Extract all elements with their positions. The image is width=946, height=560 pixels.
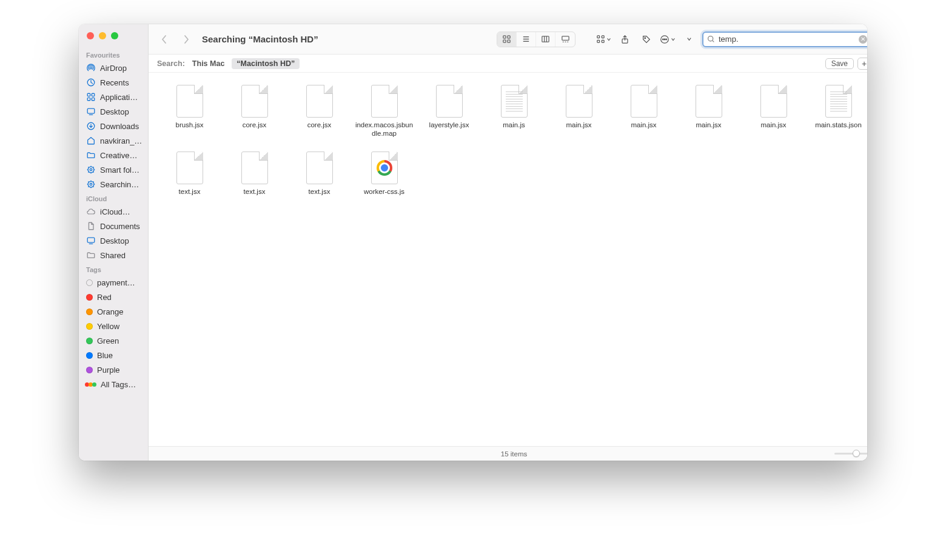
desktop-icon xyxy=(86,236,96,245)
more-actions-button[interactable] xyxy=(660,32,676,47)
generic-file-icon xyxy=(302,150,337,185)
sidebar-tag-4[interactable]: Green xyxy=(79,333,148,348)
sidebar-item-label: Desktop xyxy=(100,107,129,116)
group-by-button[interactable] xyxy=(596,32,611,47)
svg-point-0 xyxy=(90,67,92,69)
desktop-icon xyxy=(86,107,96,116)
file-item[interactable]: main.stats.json xyxy=(806,84,867,138)
file-item[interactable]: worker-css.js xyxy=(352,150,417,196)
tags-button[interactable] xyxy=(638,32,655,47)
sidebar-tag-0[interactable]: payment… xyxy=(79,275,148,290)
sidebar-item-fav-1[interactable]: Recents xyxy=(79,75,148,90)
add-criteria-button[interactable]: + xyxy=(857,58,867,70)
file-item[interactable]: core.jsx xyxy=(222,84,287,138)
file-item[interactable]: text.jsx xyxy=(222,150,287,196)
file-item[interactable]: main.jsx xyxy=(546,84,611,138)
file-item[interactable]: brush.jsx xyxy=(157,84,222,138)
view-icons-button[interactable] xyxy=(497,32,517,47)
sidebar-item-fav-6[interactable]: Creative… xyxy=(79,148,148,162)
file-item[interactable]: main.jsx xyxy=(741,84,806,138)
scope-active-location[interactable]: “Macintosh HD” xyxy=(232,58,300,69)
tag-dot-empty-icon xyxy=(86,279,93,286)
svg-rect-29 xyxy=(597,36,600,38)
view-columns-button[interactable] xyxy=(536,32,555,47)
file-item[interactable]: index.macos.jsbundle.map xyxy=(352,84,417,138)
back-button[interactable] xyxy=(156,32,173,47)
file-item[interactable]: layerstyle.jsx xyxy=(417,84,481,138)
clear-search-button[interactable]: ✕ xyxy=(859,35,867,44)
save-search-button[interactable]: Save xyxy=(825,58,854,69)
sidebar-item-label: Smart fol… xyxy=(100,165,139,175)
sidebar-tag-5[interactable]: Blue xyxy=(79,348,148,362)
file-grid-area[interactable]: brush.jsxcore.jsxcore.jsxindex.macos.jsb… xyxy=(149,73,867,446)
sidebar-item-label: Recents xyxy=(100,78,129,87)
file-name-label: text.jsx xyxy=(179,188,201,196)
sidebar-item-label: navkiran_… xyxy=(100,136,142,145)
generic-file-icon xyxy=(172,150,207,185)
search-input[interactable] xyxy=(719,35,855,44)
svg-point-38 xyxy=(666,39,667,40)
sidebar-tag-6[interactable]: Purple xyxy=(79,362,148,377)
svg-rect-30 xyxy=(602,36,604,38)
toolbar: Searching “Macintosh HD” xyxy=(149,24,867,55)
icon-size-slider[interactable] xyxy=(834,453,867,455)
file-name-label: main.jsx xyxy=(760,121,786,130)
view-gallery-button[interactable] xyxy=(555,32,575,47)
scope-this-mac[interactable]: This Mac xyxy=(192,59,225,68)
file-name-label: layerstyle.jsx xyxy=(429,121,469,130)
sidebar-item-fav-7[interactable]: Smart fol… xyxy=(79,162,148,177)
sidebar-tag-7[interactable]: All Tags… xyxy=(79,377,148,392)
forward-button[interactable] xyxy=(178,32,195,47)
minimize-window-button[interactable] xyxy=(99,32,106,39)
sidebar-item-icloud-3[interactable]: Shared xyxy=(79,248,148,262)
sidebar-tag-3[interactable]: Yellow xyxy=(79,319,148,333)
main-pane: Searching “Macintosh HD” xyxy=(149,24,867,461)
file-item[interactable]: text.jsx xyxy=(157,150,222,196)
sidebar-section-favourites: Favourites xyxy=(79,48,148,61)
download-icon xyxy=(86,121,96,131)
sidebar-item-label: AirDrop xyxy=(100,64,127,73)
sidebar-item-fav-8[interactable]: Searchin… xyxy=(79,177,148,192)
file-name-label: worker-css.js xyxy=(364,188,404,196)
view-list-button[interactable] xyxy=(517,32,536,47)
file-item[interactable]: main.jsx xyxy=(611,84,676,138)
sidebar-item-fav-2[interactable]: Applicati… xyxy=(79,90,148,104)
share-button[interactable] xyxy=(616,32,633,47)
close-window-button[interactable] xyxy=(87,32,94,39)
zoom-window-button[interactable] xyxy=(111,32,118,39)
svg-point-12 xyxy=(90,183,92,185)
sidebar-item-fav-5[interactable]: navkiran_… xyxy=(79,133,148,148)
file-item[interactable]: main.jsx xyxy=(676,84,741,138)
sidebar-item-fav-3[interactable]: Desktop xyxy=(79,104,148,119)
sidebar-item-icloud-1[interactable]: Documents xyxy=(79,219,148,233)
svg-point-37 xyxy=(664,39,665,40)
sidebar-item-label: Shared xyxy=(100,251,126,260)
window-title: Searching “Macintosh HD” xyxy=(202,34,318,44)
file-item[interactable]: main.js xyxy=(481,84,546,138)
sidebar: Favourites AirDropRecentsApplicati…Deskt… xyxy=(79,24,149,461)
search-field[interactable]: ✕ xyxy=(702,32,867,47)
gear-icon xyxy=(86,165,96,175)
cloud-icon xyxy=(86,207,96,216)
sidebar-tag-label: Purple xyxy=(97,365,120,375)
sidebar-item-fav-4[interactable]: Downloads xyxy=(79,119,148,133)
file-item[interactable]: core.jsx xyxy=(287,84,352,138)
svg-rect-32 xyxy=(602,40,604,42)
sidebar-tag-label: payment… xyxy=(97,278,135,287)
sidebar-tag-1[interactable]: Red xyxy=(79,290,148,304)
path-dropdown-button[interactable] xyxy=(680,32,697,47)
sidebar-tag-2[interactable]: Orange xyxy=(79,304,148,319)
sidebar-item-fav-0[interactable]: AirDrop xyxy=(79,61,148,75)
chevron-down-icon xyxy=(686,36,692,42)
file-name-label: main.jsx xyxy=(696,121,721,130)
generic-file-icon xyxy=(432,84,467,119)
svg-rect-31 xyxy=(597,40,600,42)
tag-dot-icon xyxy=(86,308,93,315)
generic-file-icon xyxy=(172,84,207,119)
file-name-label: text.jsx xyxy=(309,188,330,196)
file-item[interactable]: text.jsx xyxy=(287,150,352,196)
sidebar-item-icloud-0[interactable]: iCloud… xyxy=(79,204,148,219)
sidebar-item-label: iCloud… xyxy=(100,207,130,216)
sidebar-item-icloud-2[interactable]: Desktop xyxy=(79,233,148,248)
generic-file-icon xyxy=(237,84,272,119)
